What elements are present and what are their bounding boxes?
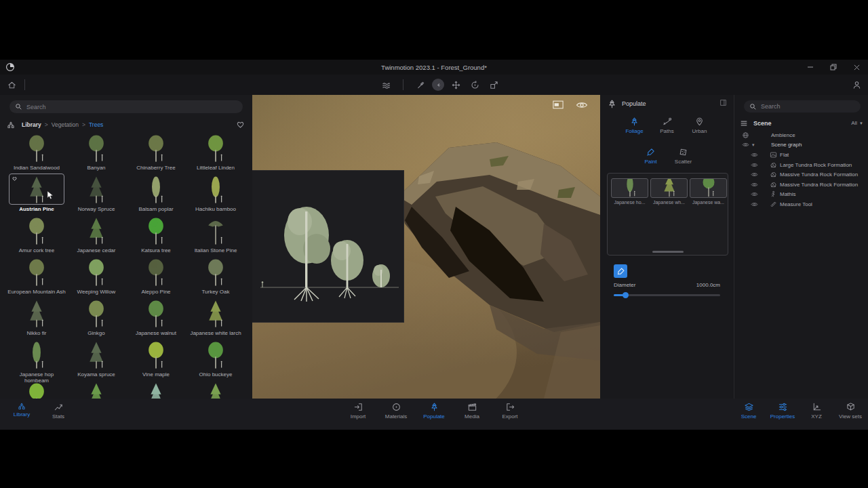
move-tool-icon[interactable] <box>448 77 463 92</box>
tree-item[interactable]: Ginkgo <box>66 298 126 339</box>
scene-graph-row[interactable]: Measure Tool <box>734 199 868 209</box>
tree-item[interactable]: Koyama spruce <box>66 339 126 380</box>
scene-node-label[interactable]: Scene graph <box>771 142 802 148</box>
tree-item[interactable]: Balsam poplar <box>126 174 186 215</box>
tree-thumbnail[interactable] <box>188 215 243 246</box>
eye-icon[interactable] <box>750 201 758 207</box>
tree-thumbnail[interactable] <box>128 132 184 163</box>
dock-button[interactable]: Export <box>495 402 525 420</box>
populate-tab[interactable]: Urban <box>689 117 711 134</box>
tree-thumbnail[interactable] <box>68 298 124 329</box>
scene-graph-row[interactable]: Large Tundra Rock Formation <box>734 160 868 170</box>
tree-thumbnail[interactable] <box>9 132 64 163</box>
eyedropper-icon[interactable] <box>413 77 428 92</box>
dock-button[interactable]: Scene <box>734 402 764 420</box>
scene-node-label[interactable]: Massive Tundra Rock Formation <box>780 182 858 188</box>
rotate-tool-icon[interactable] <box>467 77 482 92</box>
tree-item[interactable]: Italian Stone Pine <box>186 215 245 256</box>
tree-thumbnail[interactable] <box>188 380 243 399</box>
brush-asset[interactable]: Japanese ho... <box>612 178 648 205</box>
tree-item[interactable]: Vine maple <box>126 339 186 380</box>
tree-thumbnail[interactable] <box>68 132 124 163</box>
tree-thumbnail[interactable] <box>188 298 243 329</box>
dock-button[interactable]: View sets <box>835 402 865 420</box>
globe-icon[interactable] <box>741 131 749 139</box>
brush-asset[interactable]: Japanese wh... <box>651 178 687 205</box>
tree-item[interactable]: Ohio buckeye <box>186 339 245 380</box>
tree-item[interactable]: Japanese hop hornbeam <box>7 339 66 380</box>
brush-asset-thumbnail[interactable] <box>611 178 648 198</box>
scene-search-input[interactable]: Search <box>744 100 861 113</box>
tree-thumbnail[interactable] <box>68 339 124 370</box>
tree-item[interactable]: Japanese walnut <box>126 298 186 339</box>
tree-item[interactable]: Hachiku bamboo <box>186 174 245 215</box>
scrollbar-horizontal[interactable] <box>652 251 684 253</box>
eye-icon[interactable] <box>750 191 758 197</box>
scene-graph-row[interactable]: Mathis <box>734 190 868 200</box>
diameter-slider[interactable] <box>614 292 720 298</box>
populate-tab[interactable]: Paths <box>656 117 678 134</box>
tree-item[interactable] <box>66 380 126 399</box>
brush-asset-thumbnail[interactable] <box>650 178 688 198</box>
tree-item[interactable]: Indian Sandalwood <box>7 132 66 174</box>
tree-thumbnail[interactable] <box>128 298 184 329</box>
terrain-brush-icon[interactable] <box>378 77 393 92</box>
tree-item[interactable]: Japanese cedar <box>66 215 126 256</box>
scene-graph-row[interactable]: Massive Tundra Rock Formation <box>734 169 868 180</box>
tree-thumbnail[interactable] <box>188 132 243 163</box>
eye-icon[interactable] <box>750 152 758 158</box>
eye-icon[interactable] <box>750 162 758 168</box>
eye-icon[interactable] <box>741 142 749 148</box>
tree-thumbnail[interactable] <box>9 256 64 287</box>
tree-thumbnail[interactable] <box>128 256 184 287</box>
tree-thumbnail[interactable] <box>128 174 184 205</box>
favorites-heart-icon[interactable] <box>235 119 245 129</box>
dock-button[interactable]: XYZ <box>802 402 831 420</box>
dock-button[interactable]: Import <box>343 402 373 420</box>
breadcrumb-item[interactable]: >Vegetation <box>45 121 79 128</box>
tree-item[interactable]: Austrian Pine <box>7 174 66 215</box>
visibility-eye-icon[interactable] <box>576 100 588 110</box>
breadcrumb-item[interactable]: >Trees <box>82 121 103 128</box>
scene-graph-row[interactable]: ▾ Scene graph <box>734 140 868 150</box>
tree-item[interactable]: European Mountain Ash <box>7 256 66 298</box>
scene-filter-dropdown[interactable]: All ▼ <box>851 120 863 126</box>
slider-track[interactable] <box>614 294 720 296</box>
tree-item[interactable]: Littleleaf Linden <box>186 132 245 174</box>
tree-item[interactable]: Turkey Oak <box>186 256 245 298</box>
scene-graph-row[interactable]: Massive Tundra Rock Formation <box>734 180 868 190</box>
tree-item[interactable]: Aleppo Pine <box>126 256 186 298</box>
tree-item[interactable]: Japanese white larch <box>186 298 245 339</box>
tree-thumbnail[interactable] <box>9 174 64 205</box>
brush-asset[interactable]: Japanese wa... <box>690 178 726 205</box>
scene-graph-row[interactable]: Flat <box>734 150 868 160</box>
tree-item[interactable]: Norway Spruce <box>66 174 126 215</box>
brush-asset-thumbnail[interactable] <box>690 178 727 198</box>
tree-thumbnail[interactable] <box>9 298 64 329</box>
tree-thumbnail[interactable] <box>9 215 64 246</box>
menu-item[interactable] <box>19 65 28 69</box>
viewport-3d[interactable] <box>252 95 600 399</box>
library-search-input[interactable]: Search <box>9 100 243 113</box>
scene-graph-row[interactable]: Ambience <box>734 130 868 140</box>
tree-thumbnail[interactable] <box>68 174 124 205</box>
tree-item[interactable]: Nikko fir <box>7 298 66 339</box>
tree-item[interactable]: Banyan <box>66 132 126 174</box>
paint-brush-button[interactable] <box>614 264 627 278</box>
eye-icon[interactable] <box>750 171 758 178</box>
tree-item[interactable] <box>186 380 245 399</box>
tree-thumbnail[interactable] <box>128 215 184 246</box>
tree-thumbnail[interactable] <box>9 380 64 399</box>
favorite-heart-icon[interactable] <box>12 176 18 182</box>
scene-node-label[interactable]: Ambience <box>771 132 795 138</box>
scene-node-label[interactable]: Large Tundra Rock Formation <box>780 162 852 168</box>
tree-thumbnail[interactable] <box>188 339 243 370</box>
scene-node-label[interactable]: Mathis <box>780 191 796 197</box>
diameter-value[interactable]: 1000.0cm <box>696 282 720 288</box>
tree-thumbnail[interactable] <box>68 256 124 287</box>
tree-thumbnail[interactable] <box>188 256 243 287</box>
menu-item[interactable] <box>43 65 53 69</box>
slider-knob[interactable] <box>623 292 629 298</box>
user-account-icon[interactable] <box>849 77 864 92</box>
tree-thumbnail[interactable] <box>188 174 243 205</box>
